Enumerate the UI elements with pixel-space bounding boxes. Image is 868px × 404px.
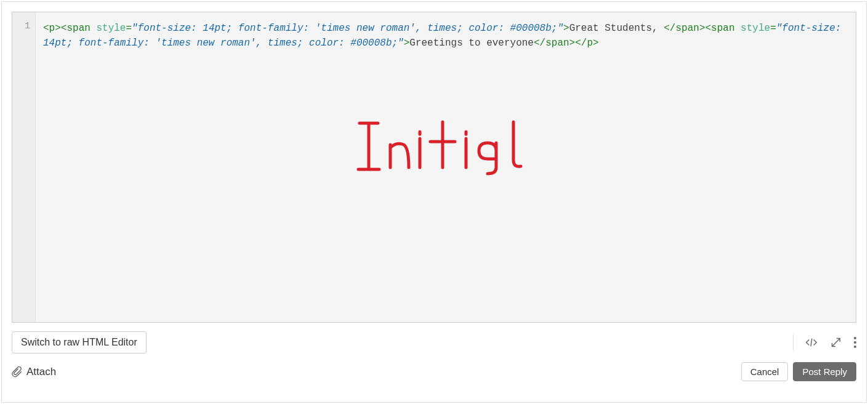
more-options-icon[interactable] <box>854 337 856 348</box>
attach-button[interactable]: Attach <box>12 366 56 378</box>
handwriting-overlay <box>353 117 538 185</box>
code-editor[interactable]: 1 <p><span style="font-size: 14pt; font-… <box>12 12 856 323</box>
editor-container: 1 <p><span style="font-size: 14pt; font-… <box>1 1 867 403</box>
toolbar-divider <box>793 334 794 350</box>
code-content[interactable]: <p><span style="font-size: 14pt; font-fa… <box>36 12 856 322</box>
line-number: 1 <box>12 21 35 31</box>
footer: Attach Cancel Post Reply <box>12 362 856 381</box>
toolbar-icons <box>793 334 856 350</box>
fullscreen-icon[interactable] <box>829 336 843 349</box>
footer-buttons: Cancel Post Reply <box>741 362 856 381</box>
switch-editor-button[interactable]: Switch to raw HTML Editor <box>12 331 147 354</box>
html-view-icon[interactable] <box>805 336 818 349</box>
line-gutter: 1 <box>12 12 36 322</box>
attach-label: Attach <box>26 366 56 378</box>
editor-toolbar: Switch to raw HTML Editor <box>12 331 856 354</box>
paperclip-icon <box>12 366 23 378</box>
cancel-button[interactable]: Cancel <box>741 362 789 381</box>
post-reply-button[interactable]: Post Reply <box>793 362 856 381</box>
